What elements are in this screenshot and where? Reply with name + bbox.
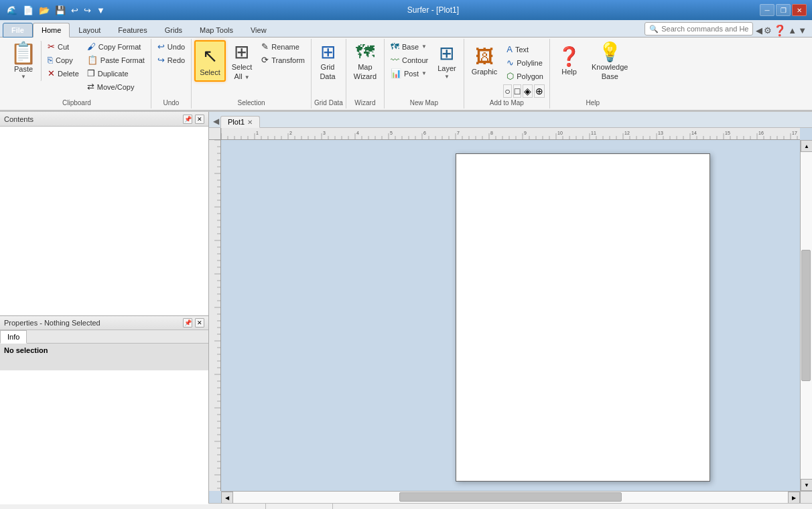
- help-content: ❓ Help 💡 KnowledgeBase: [553, 40, 632, 98]
- text-label: Text: [515, 46, 529, 54]
- insert-icons: ○ □ ◈ ⊕: [503, 84, 547, 98]
- help-settings-icon[interactable]: ⚙: [764, 25, 772, 35]
- layer-button[interactable]: ⊞ Layer ▼: [433, 40, 461, 82]
- move-copy-icon: ⇄: [87, 82, 94, 92]
- polyline-button[interactable]: ∿ Polyline: [503, 56, 547, 69]
- canvas-tab-close[interactable]: ✕: [247, 119, 253, 126]
- no-selection-text: No selection: [0, 344, 208, 370]
- tab-features[interactable]: Features: [109, 22, 155, 37]
- undo-title: Undo: [154, 98, 188, 107]
- minimize-btn[interactable]: ─: [760, 4, 774, 16]
- redo-button[interactable]: ↪ Redo: [154, 54, 188, 66]
- paste-dropdown[interactable]: ▼: [21, 74, 26, 80]
- ribbon-expand-icon[interactable]: ▼: [798, 25, 807, 35]
- tab-home[interactable]: Home: [33, 23, 70, 38]
- text-button[interactable]: A Text: [503, 43, 547, 56]
- insert-circle-icon[interactable]: ○: [503, 84, 511, 98]
- new-map-col1: 🗺 Base ▼ 〰 Contour 📊 Post ▼: [387, 40, 431, 80]
- svg-text:15: 15: [725, 131, 730, 135]
- help-button[interactable]: ❓ Help: [553, 40, 586, 82]
- delete-icon: ✕: [48, 68, 55, 78]
- info-tab[interactable]: Info: [0, 330, 27, 344]
- help-label: Help: [561, 68, 577, 76]
- qa-more[interactable]: ▼: [95, 4, 107, 17]
- ribbon-minimize-icon[interactable]: ▲: [788, 25, 797, 35]
- duplicate-button[interactable]: ❒ Duplicate: [84, 67, 148, 80]
- redo-btn[interactable]: ↪: [82, 4, 92, 17]
- move-copy-button[interactable]: ⇄ Move/Copy: [84, 80, 148, 93]
- ruler-corner: [209, 128, 221, 140]
- vscroll-down-btn[interactable]: ▼: [801, 479, 812, 491]
- wizard-title: Wizard: [349, 98, 381, 107]
- rename-button[interactable]: ✎ Rename: [258, 40, 308, 53]
- search-box[interactable]: 🔍: [645, 22, 753, 35]
- contour-button[interactable]: 〰 Contour: [387, 54, 431, 66]
- delete-button[interactable]: ✕ Delete: [44, 67, 82, 80]
- select-all-button[interactable]: ⊞ SelectAll ▼: [227, 40, 257, 82]
- hscroll-left-btn[interactable]: ◀: [221, 492, 233, 503]
- polygon-button[interactable]: ⬡ Polygon: [503, 70, 547, 82]
- tab-map-tools[interactable]: Map Tools: [191, 22, 242, 37]
- hscroll-thumb[interactable]: [399, 492, 621, 502]
- restore-btn[interactable]: ❐: [776, 4, 791, 16]
- properties-pin-btn[interactable]: 📌: [183, 318, 192, 328]
- transform-button[interactable]: ⟳ Transform: [258, 54, 308, 66]
- canvas-tab-plot1[interactable]: Plot1 ✕: [220, 116, 260, 128]
- insert-more-icon[interactable]: ⊕: [534, 84, 545, 98]
- redo-label: Redo: [167, 56, 185, 64]
- tab-layout[interactable]: Layout: [70, 22, 109, 37]
- undo-button[interactable]: ↩ Undo: [154, 40, 188, 53]
- help-back-icon[interactable]: ◀: [756, 25, 762, 35]
- tab-file[interactable]: File: [3, 23, 33, 38]
- save-btn[interactable]: 💾: [54, 4, 67, 17]
- vscroll-track[interactable]: [801, 152, 812, 479]
- tab-grids[interactable]: Grids: [156, 22, 191, 37]
- vscroll-thumb[interactable]: [801, 250, 811, 380]
- insert-symbol-icon[interactable]: ◈: [523, 84, 533, 98]
- copy-format-button[interactable]: 🖌 Copy Format: [84, 40, 148, 53]
- vscroll-up-btn[interactable]: ▲: [801, 140, 812, 152]
- undo-btn[interactable]: ↩: [70, 4, 80, 17]
- polyline-icon: ∿: [506, 58, 514, 68]
- properties-header: Properties - Nothing Selected 📌 ✕: [0, 316, 208, 330]
- post-button[interactable]: 📊 Post ▼: [387, 67, 431, 80]
- open-btn[interactable]: 📂: [38, 4, 51, 17]
- contents-controls: 📌 ✕: [183, 115, 204, 124]
- paste-button[interactable]: 📋 Paste ▼: [5, 40, 42, 82]
- cut-button[interactable]: ✂ Cut: [44, 40, 82, 53]
- map-wizard-button[interactable]: 🗺 MapWizard: [349, 40, 381, 82]
- window-title: Surfer - [Plot1]: [107, 5, 760, 15]
- status-selection: Nothing Selected: [266, 504, 334, 509]
- grid-data-button[interactable]: ⊞ GridData: [314, 40, 341, 82]
- search-input[interactable]: [661, 25, 748, 33]
- contour-label: Contour: [402, 56, 428, 64]
- contents-close-btn[interactable]: ✕: [195, 115, 204, 124]
- new-btn[interactable]: 📄: [21, 4, 35, 17]
- undo-group: ↩ Undo ↪ Redo Undo: [151, 39, 192, 108]
- paste-format-button[interactable]: 📋 Paste Format: [84, 54, 148, 66]
- hscroll-track[interactable]: [233, 492, 788, 503]
- select-button[interactable]: ↖ Select: [194, 40, 226, 82]
- canvas-nav-prev[interactable]: ◀: [212, 115, 220, 127]
- properties-controls: 📌 ✕: [183, 318, 204, 328]
- tab-view[interactable]: View: [242, 22, 275, 37]
- redo-icon: ↪: [157, 55, 165, 65]
- base-button[interactable]: 🗺 Base ▼: [387, 40, 431, 53]
- help-question-icon[interactable]: ❓: [773, 24, 787, 37]
- post-dropdown: ▼: [421, 70, 427, 76]
- close-btn[interactable]: ✕: [792, 4, 807, 16]
- knowledge-base-button[interactable]: 💡 KnowledgeBase: [587, 40, 632, 82]
- graphic-button[interactable]: 🖼 Graphic: [467, 40, 502, 82]
- new-map-title: New Map: [387, 98, 461, 107]
- knowledge-base-label: KnowledgeBase: [592, 63, 628, 80]
- ribbon-help-icons: ◀ ⚙ ❓ ▲ ▼: [756, 24, 807, 37]
- hscroll-right-btn[interactable]: ▶: [788, 492, 800, 503]
- canvas-scroll[interactable]: [221, 140, 800, 491]
- contents-pin-btn[interactable]: 📌: [183, 115, 192, 124]
- insert-shape-icon[interactable]: □: [513, 84, 521, 98]
- svg-text:13: 13: [658, 131, 663, 135]
- copy-button[interactable]: ⎘ Copy: [44, 54, 82, 66]
- transform-icon: ⟳: [261, 55, 269, 65]
- properties-close-btn[interactable]: ✕: [195, 318, 204, 328]
- search-icon: 🔍: [649, 25, 659, 33]
